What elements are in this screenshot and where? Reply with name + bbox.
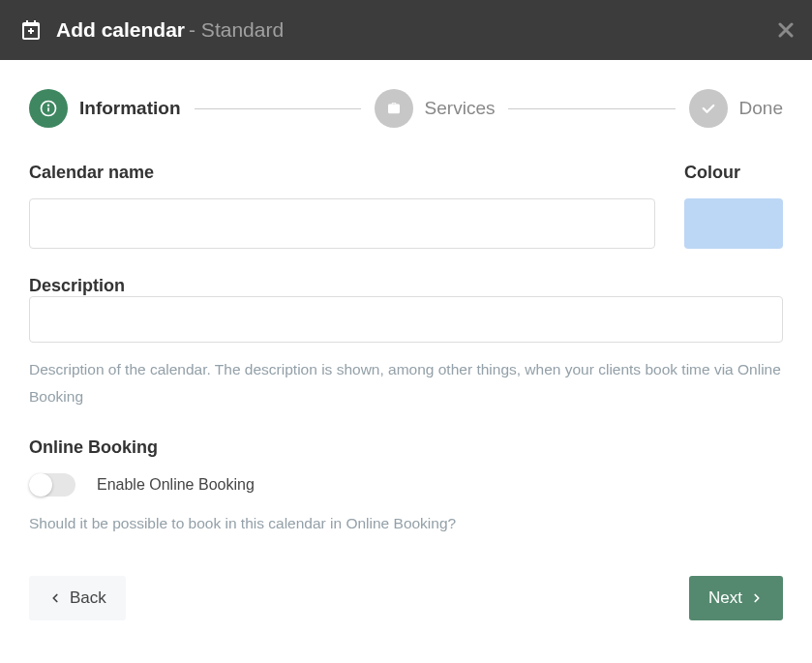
toggle-label: Enable Online Booking xyxy=(97,476,255,494)
step-label: Information xyxy=(79,98,181,119)
step-divider xyxy=(508,108,675,109)
info-icon xyxy=(29,89,68,128)
modal-header: Add calendar - Standard xyxy=(0,0,812,60)
modal-subtitle: - Standard xyxy=(189,18,284,42)
step-divider xyxy=(195,108,361,109)
chevron-right-icon xyxy=(750,591,764,605)
enable-online-booking-toggle[interactable] xyxy=(29,473,75,497)
step-services[interactable]: Services xyxy=(375,89,496,128)
description-input[interactable] xyxy=(29,296,783,343)
back-button-label: Back xyxy=(70,588,106,608)
step-done[interactable]: Done xyxy=(689,89,783,128)
wizard-stepper: Information Services Done xyxy=(29,89,783,128)
modal-title: Add calendar xyxy=(56,18,185,42)
online-booking-help-text: Should it be possible to book in this ca… xyxy=(29,510,783,537)
chevron-left-icon xyxy=(48,591,62,605)
briefcase-icon xyxy=(375,89,413,128)
step-label: Done xyxy=(739,98,783,119)
next-button-label: Next xyxy=(708,588,742,608)
colour-label: Colour xyxy=(684,163,783,183)
step-label: Services xyxy=(425,98,496,119)
colour-picker[interactable] xyxy=(684,198,783,249)
online-booking-heading: Online Booking xyxy=(29,437,783,458)
back-button[interactable]: Back xyxy=(29,576,126,620)
calendar-add-icon xyxy=(19,18,43,42)
check-icon xyxy=(689,89,728,128)
calendar-name-label: Calendar name xyxy=(29,163,655,183)
description-help-text: Description of the calendar. The descrip… xyxy=(29,356,783,410)
next-button[interactable]: Next xyxy=(689,576,783,620)
close-icon[interactable] xyxy=(777,21,795,39)
description-label: Description xyxy=(29,276,125,295)
toggle-knob xyxy=(29,473,52,497)
calendar-name-input[interactable] xyxy=(29,198,655,249)
modal-body: Information Services Done Calendar name xyxy=(0,60,812,620)
step-information[interactable]: Information xyxy=(29,89,181,128)
svg-point-2 xyxy=(48,105,49,105)
